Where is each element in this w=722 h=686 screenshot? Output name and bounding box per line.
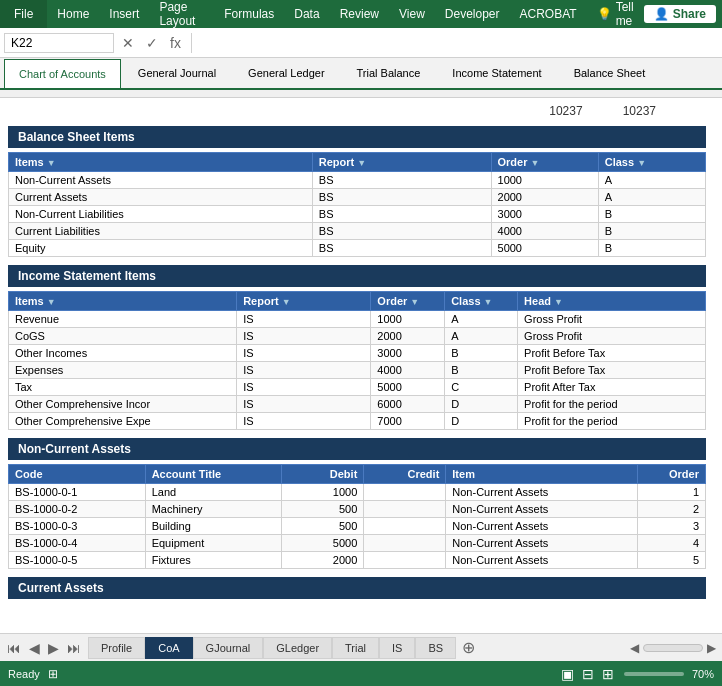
cancel-formula[interactable]: ✕: [118, 35, 138, 51]
nca-col-item[interactable]: Item: [446, 465, 637, 484]
sheet-tab-profile[interactable]: Profile: [88, 637, 145, 659]
sheet-tab-coa[interactable]: CoA: [145, 637, 192, 659]
income-statement-header: Income Statement Items: [8, 265, 706, 287]
table-row: BS-1000-0-4Equipment5000Non-Current Asse…: [9, 535, 706, 552]
number-val1: 10237: [549, 104, 582, 118]
number-val2: 10237: [623, 104, 656, 118]
bottom-bar: ⏮ ◀ ▶ ⏭ ProfileCoAGJournalGLedgerTrialIS…: [0, 633, 722, 661]
is-col-items[interactable]: Items ▼: [9, 292, 237, 311]
sheet-navigation: ⏮ ◀ ▶ ⏭: [0, 640, 88, 656]
zoom-label: 70%: [692, 668, 714, 680]
non-current-assets-header: Non-Current Assets: [8, 438, 706, 460]
table-row: TaxIS5000CProfit After Tax: [9, 379, 706, 396]
nav-next[interactable]: ▶: [45, 640, 62, 656]
status-bar: Ready ⊞ ▣ ⊟ ⊞ 70%: [0, 661, 722, 686]
nca-col-order[interactable]: Order: [637, 465, 705, 484]
nav-last[interactable]: ⏭: [64, 640, 84, 656]
sheet-tab-gjournal[interactable]: GJournal: [193, 637, 264, 659]
nca-col-credit[interactable]: Credit: [364, 465, 446, 484]
add-sheet-button[interactable]: ⊕: [456, 638, 481, 657]
table-row: Other Comprehensive IncorIS6000DProfit f…: [9, 396, 706, 413]
formula-divider: [191, 33, 192, 53]
nca-col-code[interactable]: Code: [9, 465, 146, 484]
tab-general-ledger[interactable]: General Ledger: [233, 58, 339, 88]
balance-sheet-table: Items ▼ Report ▼ Order ▼ Class ▼ Non-Cur…: [8, 152, 706, 257]
table-row: BS-1000-0-5Fixtures2000Non-Current Asset…: [9, 552, 706, 569]
sheet-tab-is[interactable]: IS: [379, 637, 415, 659]
table-row: Current LiabilitiesBS4000B: [9, 223, 706, 240]
top-scroll[interactable]: [0, 90, 722, 98]
sheet-tabs: ProfileCoAGJournalGLedgerTrialISBS: [88, 637, 456, 659]
numbers-row: 10237 10237: [8, 104, 706, 118]
tab-trial-balance[interactable]: Trial Balance: [342, 58, 436, 88]
menu-formulas[interactable]: Formulas: [214, 0, 284, 28]
menu-file[interactable]: File: [0, 0, 47, 28]
table-row: CoGSIS2000AGross Profit: [9, 328, 706, 345]
horizontal-scrollbar[interactable]: [643, 644, 703, 652]
tab-general-journal[interactable]: General Journal: [123, 58, 231, 88]
is-col-order[interactable]: Order ▼: [371, 292, 445, 311]
is-col-report[interactable]: Report ▼: [237, 292, 371, 311]
tell-me[interactable]: 💡Tell me: [587, 0, 644, 28]
income-statement-table: Items ▼ Report ▼ Order ▼ Class ▼ Head ▼ …: [8, 291, 706, 430]
normal-view-btn[interactable]: ▣: [559, 666, 576, 682]
menu-developer[interactable]: Developer: [435, 0, 510, 28]
is-col-head[interactable]: Head ▼: [518, 292, 706, 311]
nav-prev[interactable]: ◀: [26, 640, 43, 656]
table-row: RevenueIS1000AGross Profit: [9, 311, 706, 328]
table-row: Current AssetsBS2000A: [9, 189, 706, 206]
menu-data[interactable]: Data: [284, 0, 329, 28]
table-row: ExpensesIS4000BProfit Before Tax: [9, 362, 706, 379]
nca-col-title[interactable]: Account Title: [145, 465, 282, 484]
sheet-tab-bs[interactable]: BS: [415, 637, 456, 659]
table-row: EquityBS5000B: [9, 240, 706, 257]
scroll-right-arrow[interactable]: ▶: [705, 641, 718, 655]
page-layout-btn[interactable]: ⊟: [580, 666, 596, 682]
page-break-btn[interactable]: ⊞: [600, 666, 616, 682]
menu-review[interactable]: Review: [330, 0, 389, 28]
menu-view[interactable]: View: [389, 0, 435, 28]
tab-chart-of-accounts[interactable]: Chart of Accounts: [4, 59, 121, 89]
sheet-tab-gledger[interactable]: GLedger: [263, 637, 332, 659]
bs-col-report[interactable]: Report ▼: [312, 153, 491, 172]
status-ready: Ready: [8, 668, 40, 680]
table-row: Other IncomesIS3000BProfit Before Tax: [9, 345, 706, 362]
current-assets-header: Current Assets: [8, 577, 706, 599]
menu-insert[interactable]: Insert: [99, 0, 149, 28]
scroll-left-arrow[interactable]: ◀: [628, 641, 641, 655]
is-col-class[interactable]: Class ▼: [445, 292, 518, 311]
sheet-tab-trial[interactable]: Trial: [332, 637, 379, 659]
menu-page-layout[interactable]: Page Layout: [149, 0, 214, 28]
non-current-assets-table: Code Account Title Debit Credit Item Ord…: [8, 464, 706, 569]
cell-reference[interactable]: [4, 33, 114, 53]
confirm-formula[interactable]: ✓: [142, 35, 162, 51]
table-row: BS-1000-0-3Building500Non-Current Assets…: [9, 518, 706, 535]
share-button[interactable]: 👤Share: [644, 5, 716, 23]
status-cell-icon: ⊞: [48, 667, 58, 681]
fx-button[interactable]: fx: [166, 35, 185, 51]
nca-col-debit[interactable]: Debit: [282, 465, 364, 484]
menu-home[interactable]: Home: [47, 0, 99, 28]
nav-first[interactable]: ⏮: [4, 640, 24, 656]
formula-bar: ✕ ✓ fx: [0, 28, 722, 58]
tab-balance-sheet[interactable]: Balance Sheet: [559, 58, 661, 88]
zoom-slider[interactable]: [624, 672, 684, 676]
bs-col-order[interactable]: Order ▼: [491, 153, 598, 172]
table-row: Other Comprehensive ExpeIS7000DProfit fo…: [9, 413, 706, 430]
table-row: BS-1000-0-2Machinery500Non-Current Asset…: [9, 501, 706, 518]
table-row: BS-1000-0-1Land1000Non-Current Assets1: [9, 484, 706, 501]
bs-col-class[interactable]: Class ▼: [598, 153, 705, 172]
table-row: Non-Current AssetsBS1000A: [9, 172, 706, 189]
menu-acrobat[interactable]: ACROBAT: [510, 0, 587, 28]
bs-col-items[interactable]: Items ▼: [9, 153, 313, 172]
table-row: Non-Current LiabilitiesBS3000B: [9, 206, 706, 223]
balance-sheet-header: Balance Sheet Items: [8, 126, 706, 148]
ribbon-tabs: Chart of Accounts General Journal Genera…: [0, 58, 722, 90]
main-content: 10237 10237 Balance Sheet Items Items ▼ …: [0, 98, 722, 641]
scroll-controls: ◀ ▶: [628, 641, 722, 655]
menu-bar: File Home Insert Page Layout Formulas Da…: [0, 0, 722, 28]
tab-income-statement[interactable]: Income Statement: [437, 58, 556, 88]
formula-input[interactable]: [198, 34, 718, 52]
